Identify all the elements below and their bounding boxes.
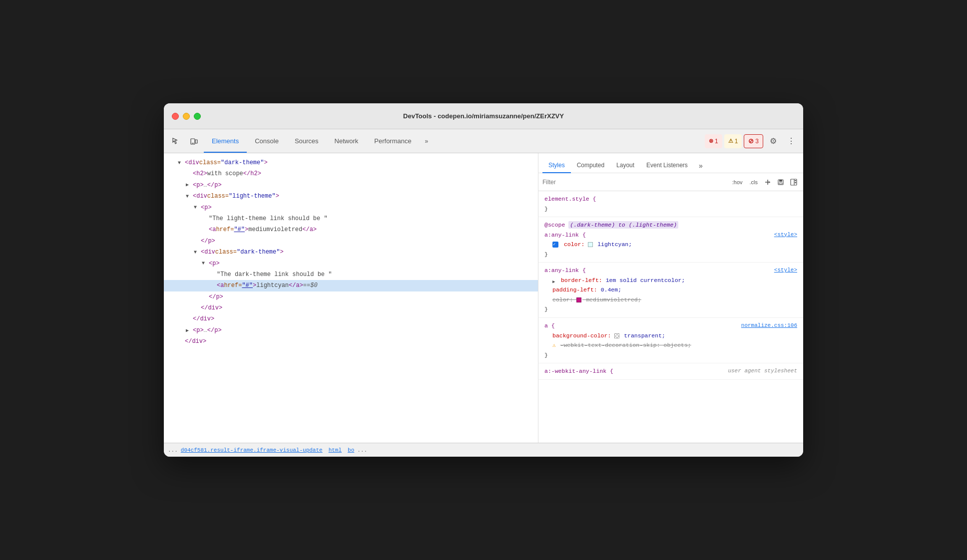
rule-selector-line: a:-webkit-any-link { user agent styleshe… xyxy=(544,366,797,376)
expand-arrow[interactable]: ▼ xyxy=(178,159,184,167)
tab-console[interactable]: Console xyxy=(247,129,287,153)
style-prop-line[interactable]: color: lightcyan; xyxy=(544,240,797,250)
dom-line[interactable]: ▶ <p>…</p> xyxy=(164,180,538,191)
settings-icon: ⚙ xyxy=(770,136,777,146)
svg-rect-10 xyxy=(795,180,796,181)
svg-rect-1 xyxy=(195,140,197,143)
console-error-badge[interactable]: ⊘ 3 xyxy=(744,134,763,148)
toggle-sidebar-button[interactable] xyxy=(788,177,799,188)
style-prop-border[interactable]: ▶ border-left: 1em solid currentcolor; xyxy=(544,276,797,285)
prop-checkbox[interactable] xyxy=(552,242,558,248)
device-toggle-button[interactable] xyxy=(186,133,202,149)
settings-button[interactable]: ⚙ xyxy=(765,133,781,149)
dom-line[interactable]: ▶ <p>…</p> xyxy=(164,325,538,336)
toolbar-right: ⊗ 1 ⚠ 1 ⊘ 3 ⚙ ⋮ xyxy=(705,133,799,149)
style-rule-element[interactable]: element.style { } xyxy=(538,191,803,217)
warning-count: 1 xyxy=(735,138,738,145)
main-tabs: Elements Console Sources Network Perform… xyxy=(204,129,703,153)
expand-arrow[interactable]: ▼ xyxy=(194,248,200,257)
style-rule-scope[interactable]: @scope (.dark-theme) to (.light-theme) a… xyxy=(538,217,803,263)
expand-arrow[interactable]: ▶ xyxy=(186,181,192,189)
dom-line[interactable]: ▼ <p> xyxy=(164,258,538,269)
svg-rect-6 xyxy=(779,180,782,182)
style-rule-webkit-any-link[interactable]: a:-webkit-any-link { user agent styleshe… xyxy=(538,363,803,380)
rule-closing: } xyxy=(544,204,797,214)
breadcrumb-iframe[interactable]: d04cf581.result-iframe.iframe-visual-upd… xyxy=(181,447,323,453)
dom-line[interactable]: ▼ <div class="dark-theme"> xyxy=(164,247,538,258)
style-source-link[interactable]: <style> xyxy=(774,230,797,240)
styles-panel[interactable]: Styles Computed Layout Event Listeners » xyxy=(538,153,803,443)
expand-arrow[interactable]: ▼ xyxy=(186,192,192,201)
save-stylesheet-button[interactable] xyxy=(775,177,786,188)
breadcrumb-html[interactable]: html xyxy=(329,447,342,453)
style-source-link[interactable]: <style> xyxy=(774,266,797,275)
styles-content: element.style { } @scope (.dark-theme) t… xyxy=(538,191,803,380)
dom-panel[interactable]: ▼ <div class="dark-theme"> <h2>with scop… xyxy=(164,153,538,443)
styles-tabs: Styles Computed Layout Event Listeners » xyxy=(538,153,803,173)
dom-line[interactable]: </p> xyxy=(164,236,538,247)
cls-button[interactable]: .cls xyxy=(747,178,761,187)
filter-input[interactable] xyxy=(542,179,728,186)
expand-arrow[interactable]: ▶ xyxy=(186,326,192,335)
dom-line[interactable]: ▼ <p> xyxy=(164,202,538,213)
dom-line[interactable]: ▼ <div class="dark-theme"> xyxy=(164,157,538,168)
style-prop-padding[interactable]: padding-left: 0.4em; xyxy=(544,285,797,295)
expand-arrow[interactable]: ▼ xyxy=(202,259,208,268)
bottom-bar: ... d04cf581.result-iframe.iframe-visual… xyxy=(164,443,803,457)
console-error-count: 3 xyxy=(755,138,759,145)
color-swatch[interactable] xyxy=(588,242,593,247)
traffic-lights xyxy=(172,113,201,120)
add-style-button[interactable] xyxy=(762,177,773,188)
styles-tab-computed[interactable]: Computed xyxy=(571,158,610,173)
rule-closing: } xyxy=(544,250,797,260)
filter-bar: :hov .cls xyxy=(538,173,803,191)
more-tabs-button[interactable]: » xyxy=(420,134,434,148)
color-swatch-transparent[interactable] xyxy=(614,333,619,338)
maximize-button[interactable] xyxy=(194,113,201,120)
dom-line[interactable]: </div> xyxy=(164,313,538,324)
svg-rect-7 xyxy=(779,183,782,184)
rule-selector-line: element.style { xyxy=(544,194,797,204)
error-badge[interactable]: ⊗ 1 xyxy=(705,134,722,148)
style-rule-any-link[interactable]: a:any-link { <style> ▶ border-left: 1em … xyxy=(538,263,803,318)
color-swatch-mediumvioletred[interactable] xyxy=(576,297,581,302)
rule-scope-line: @scope (.dark-theme) to (.light-theme) xyxy=(544,220,797,230)
rule-closing: } xyxy=(544,350,797,360)
style-prop-bg[interactable]: background-color: transparent; xyxy=(544,331,797,341)
dom-line[interactable]: ▼ <div class="light-theme"> xyxy=(164,191,538,202)
dom-line[interactable]: </div> xyxy=(164,302,538,313)
styles-tab-styles[interactable]: Styles xyxy=(542,158,571,173)
devtools-window: DevTools - codepen.io/miriamsuzanne/pen/… xyxy=(164,103,803,457)
warning-triangle-icon: ⚠ xyxy=(552,341,556,350)
error-icon: ⊗ xyxy=(709,138,713,144)
style-prop-webkit-strikethrough[interactable]: ⚠ -webkit-text-decoration-skip: objects; xyxy=(544,340,797,350)
triangle-icon[interactable]: ▶ xyxy=(552,279,556,282)
inspect-element-button[interactable] xyxy=(168,133,184,149)
minimize-button[interactable] xyxy=(183,113,190,120)
more-menu-button[interactable]: ⋮ xyxy=(783,133,799,149)
style-rule-a-normalize[interactable]: a { normalize.css:106 background-color: … xyxy=(538,318,803,363)
expand-arrow[interactable]: ▼ xyxy=(194,203,200,212)
more-styles-tabs-button[interactable]: » xyxy=(694,159,708,173)
warning-badge[interactable]: ⚠ 1 xyxy=(724,134,742,148)
styles-tab-layout[interactable]: Layout xyxy=(610,158,640,173)
hov-button[interactable]: :hov xyxy=(730,178,745,187)
more-icon: ⋮ xyxy=(787,136,795,146)
dom-line[interactable]: </p> xyxy=(164,291,538,302)
dom-line[interactable]: "The dark-theme link should be " xyxy=(164,269,538,280)
style-source-normalize[interactable]: normalize.css:106 xyxy=(741,321,797,330)
breadcrumb-body[interactable]: bo xyxy=(348,447,354,453)
dom-line-selected[interactable]: <a href="#">lightcyan</a> == $0 xyxy=(164,280,538,291)
dom-line[interactable]: "The light-theme link should be " xyxy=(164,213,538,224)
styles-tab-event-listeners[interactable]: Event Listeners xyxy=(640,158,694,173)
style-source-user-agent: user agent stylesheet xyxy=(728,366,797,376)
style-prop-color-strikethrough[interactable]: color: mediumvioletred; xyxy=(544,295,797,305)
tab-elements[interactable]: Elements xyxy=(204,129,247,153)
dom-line[interactable]: </div> xyxy=(164,336,538,347)
close-button[interactable] xyxy=(172,113,179,120)
tab-sources[interactable]: Sources xyxy=(287,129,327,153)
tab-performance[interactable]: Performance xyxy=(366,129,419,153)
dom-line[interactable]: <a href="#">mediumvioletred</a> xyxy=(164,224,538,235)
tab-network[interactable]: Network xyxy=(327,129,367,153)
dom-line[interactable]: <h2>with scope</h2> xyxy=(164,168,538,179)
